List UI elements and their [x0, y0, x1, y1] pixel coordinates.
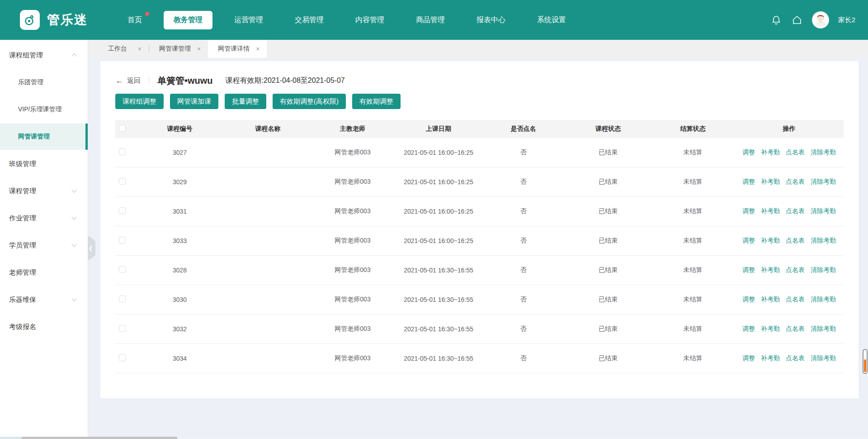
close-icon[interactable]: ×	[256, 45, 259, 52]
sidebar-item-label: 课程管理	[9, 187, 36, 196]
row-checkbox[interactable]	[119, 296, 126, 302]
table-row: 3029 网管老师003 2021-05-01 16:00~16:25 否 已结…	[115, 167, 844, 197]
roll-call-sheet-link[interactable]: 点名表	[786, 207, 805, 215]
close-icon[interactable]: ×	[197, 45, 201, 52]
clear-attendance-link[interactable]: 清除考勤	[811, 148, 836, 157]
roll-call-sheet-link[interactable]: 点名表	[786, 296, 805, 304]
roll-call-sheet-link[interactable]: 点名表	[786, 237, 805, 245]
row-checkbox[interactable]	[119, 148, 126, 155]
adjust-link[interactable]: 调整	[742, 266, 755, 274]
back-button[interactable]: ← 返回	[115, 76, 141, 85]
tab-online-class-mgmt[interactable]: 网管课管理 ×	[149, 40, 208, 58]
adjust-link[interactable]: 调整	[742, 178, 755, 186]
course-status-cell: 已结束	[565, 178, 651, 186]
sidebar-menu: 课程组管理 乐团管理 VIP/乐理课管理 网管课管理 班级管理 课程管理 作业管…	[0, 40, 88, 437]
row-checkbox[interactable]	[119, 237, 126, 243]
horizontal-scrollbar-thumb[interactable]	[22, 437, 177, 439]
nav-item-settings[interactable]: 系统设置	[527, 11, 576, 29]
makeup-attendance-link[interactable]: 补考勤	[761, 207, 780, 215]
makeup-attendance-link[interactable]: 补考勤	[761, 325, 780, 333]
row-checkbox[interactable]	[119, 266, 126, 273]
teacher-cell: 网管老师003	[310, 207, 396, 215]
batch-adjust-button[interactable]: 批量调整	[225, 94, 266, 109]
makeup-attendance-link[interactable]: 补考勤	[761, 178, 780, 186]
tab-label: 网管课管理	[159, 45, 191, 53]
adjust-link[interactable]: 调整	[742, 354, 755, 363]
validity-adjust-privileged-button[interactable]: 有效期调整(高权限)	[273, 94, 346, 109]
roll-call-sheet-link[interactable]: 点名表	[786, 178, 805, 186]
sidebar-item-orchestra-mgmt[interactable]: 乐团管理	[0, 69, 88, 96]
sidebar-item-course-group-mgmt[interactable]: 课程组管理	[0, 42, 88, 69]
makeup-attendance-link[interactable]: 补考勤	[761, 266, 780, 274]
makeup-attendance-link[interactable]: 补考勤	[761, 237, 780, 245]
chevron-up-icon	[71, 53, 76, 58]
nav-item-products[interactable]: 商品管理	[406, 11, 455, 29]
nav-item-reports[interactable]: 报表中心	[467, 11, 515, 29]
course-status-cell: 已结束	[565, 207, 651, 215]
course-status-cell: 已结束	[565, 237, 651, 245]
sidebar-item-vip-theory-mgmt[interactable]: VIP/乐理课管理	[0, 96, 88, 123]
roll-call-sheet-link[interactable]: 点名表	[786, 325, 805, 333]
brand-logo[interactable]: 管乐迷	[20, 10, 88, 30]
sidebar-item-teacher-mgmt[interactable]: 老师管理	[0, 259, 88, 286]
clear-attendance-link[interactable]: 清除考勤	[811, 325, 836, 333]
tab-online-class-detail[interactable]: 网管课详情 ×	[208, 40, 267, 58]
horizontal-scrollbar[interactable]	[0, 437, 868, 439]
sidebar-item-label: 课程组管理	[9, 51, 43, 60]
nav-item-transactions[interactable]: 交易管理	[285, 11, 334, 29]
date-cell: 2021-05-01 16:00~16:25	[396, 237, 481, 244]
sidebar-item-exam-registration[interactable]: 考级报名	[0, 313, 88, 340]
adjust-link[interactable]: 调整	[742, 325, 755, 333]
settlement-status-cell: 未结算	[651, 266, 735, 274]
roll-call-sheet-link[interactable]: 点名表	[786, 148, 805, 157]
sidebar-item-student-mgmt[interactable]: 学员管理	[0, 232, 88, 259]
clear-attendance-link[interactable]: 清除考勤	[811, 354, 836, 363]
adjust-link[interactable]: 调整	[742, 207, 755, 215]
clear-attendance-link[interactable]: 清除考勤	[811, 296, 836, 304]
bell-icon[interactable]	[770, 14, 782, 26]
settlement-status-cell: 未结算	[651, 178, 735, 186]
clear-attendance-link[interactable]: 清除考勤	[811, 207, 836, 215]
adjust-link[interactable]: 调整	[742, 237, 755, 245]
row-checkbox[interactable]	[119, 325, 126, 332]
close-icon[interactable]: ×	[138, 45, 142, 52]
makeup-attendance-link[interactable]: 补考勤	[761, 296, 780, 304]
user-name[interactable]: 家长2	[838, 16, 855, 24]
back-arrow-icon: ←	[115, 76, 123, 85]
row-checkbox[interactable]	[119, 354, 126, 361]
select-all-checkbox[interactable]	[119, 125, 126, 132]
tab-workbench[interactable]: 工作台 ×	[98, 40, 149, 58]
adjust-link[interactable]: 调整	[742, 296, 755, 304]
content-area: ← 返回 单簧管•wuwu 课程有效期:2021-04-08至2021-05-0…	[89, 58, 868, 437]
row-checkbox[interactable]	[119, 178, 126, 185]
roll-call-cell: 否	[481, 266, 565, 274]
add-online-class-button[interactable]: 网管课加课	[170, 94, 218, 109]
adjust-link[interactable]: 调整	[742, 148, 755, 157]
makeup-attendance-link[interactable]: 补考勤	[761, 148, 780, 157]
validity-adjust-button[interactable]: 有效期调整	[352, 94, 401, 109]
user-avatar[interactable]	[812, 11, 829, 29]
table-header-row: 课程编号 课程名称 主教老师 上课日期 是否点名 课程状态 结算状态 操作	[115, 120, 844, 138]
course-group-adjust-button[interactable]: 课程组调整	[115, 94, 164, 109]
clear-attendance-link[interactable]: 清除考勤	[811, 178, 836, 186]
clear-attendance-link[interactable]: 清除考勤	[811, 237, 836, 245]
roll-call-sheet-link[interactable]: 点名表	[786, 354, 805, 363]
nav-item-home[interactable]: 首页	[118, 11, 152, 29]
roll-call-sheet-link[interactable]: 点名表	[786, 266, 805, 274]
nav-item-operations[interactable]: 运营管理	[224, 11, 273, 29]
sidebar-item-online-class-mgmt[interactable]: 网管课管理	[0, 124, 88, 150]
sidebar-item-homework-mgmt[interactable]: 作业管理	[0, 205, 88, 232]
row-checkbox[interactable]	[119, 207, 126, 214]
sidebar-item-instrument-maintenance[interactable]: 乐器维保	[0, 286, 88, 313]
course-validity-text: 课程有效期:2021-04-08至2021-05-07	[226, 76, 345, 86]
nav-item-content[interactable]: 内容管理	[345, 11, 394, 29]
home-icon[interactable]	[791, 14, 803, 26]
clear-attendance-link[interactable]: 清除考勤	[811, 266, 836, 274]
makeup-attendance-link[interactable]: 补考勤	[761, 354, 780, 363]
sidebar-item-class-mgmt[interactable]: 班级管理	[0, 150, 88, 177]
sidebar-item-course-mgmt[interactable]: 课程管理	[0, 177, 88, 205]
action-buttons-row: 课程组调整 网管课加课 批量调整 有效期调整(高权限) 有效期调整	[115, 94, 844, 109]
vertical-scrollbar-thumb[interactable]	[863, 349, 868, 374]
course-id-cell: 3030	[133, 296, 226, 303]
nav-item-academic[interactable]: 教务管理	[164, 11, 212, 29]
